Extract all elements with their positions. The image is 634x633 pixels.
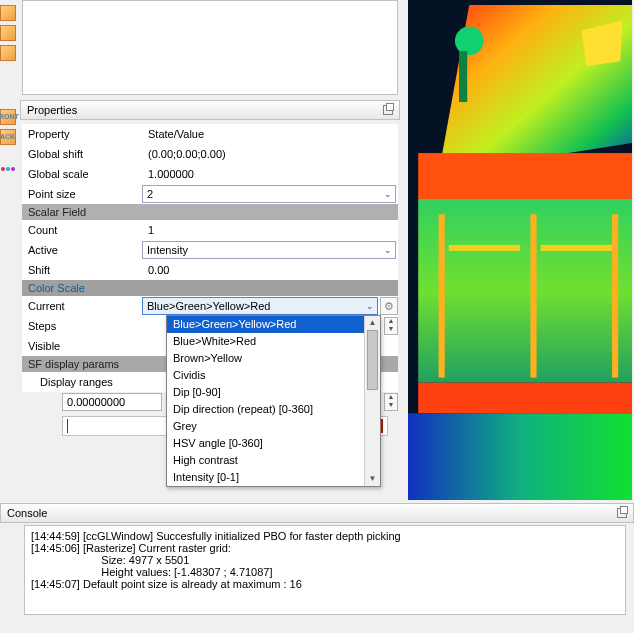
rgb-points-icon[interactable]: [0, 165, 16, 173]
point-size-combo[interactable]: 2 ⌄: [142, 185, 396, 203]
steps-spinner[interactable]: ▲▼: [384, 317, 398, 335]
color-scale-option[interactable]: Cividis: [167, 367, 380, 384]
3d-viewport[interactable]: [408, 0, 632, 500]
console-output[interactable]: [14:44:59] [ccGLWindow] Succesfully init…: [24, 525, 626, 615]
sf-active-combo[interactable]: Intensity ⌄: [142, 241, 396, 259]
col-property: Property: [22, 128, 142, 140]
svg-rect-6: [439, 214, 445, 377]
global-shift-row: Global shift (0.00;0.00;0.00): [22, 144, 398, 164]
svg-rect-12: [459, 51, 467, 102]
panel-title: Console: [7, 507, 47, 519]
view-cube-icon[interactable]: [0, 5, 16, 21]
color-scale-option[interactable]: HSV angle [0-360]: [167, 435, 380, 452]
view-cube-icon[interactable]: [0, 45, 16, 61]
svg-rect-4: [418, 383, 632, 414]
undock-icon[interactable]: [617, 508, 627, 518]
col-value: State/Value: [142, 128, 398, 140]
point-size-row: Point size 2 ⌄: [22, 184, 398, 204]
color-scale-combo[interactable]: Blue>Green>Yellow>Red ⌄: [142, 297, 378, 315]
color-scale-option[interactable]: Dip direction (repeat) [0-360]: [167, 401, 380, 418]
sf-shift-row: Shift 0.00: [22, 260, 398, 280]
view-toolbar: RONT ACK: [0, 0, 20, 500]
panel-title: Properties: [27, 104, 77, 116]
color-scale-option[interactable]: Brown>Yellow: [167, 350, 380, 367]
range-min-input[interactable]: [62, 393, 162, 411]
range-spinner[interactable]: ▲▼: [384, 393, 398, 411]
table-header-row: Property State/Value: [22, 124, 398, 144]
color-scale-section: Color Scale: [22, 280, 398, 296]
svg-rect-8: [612, 214, 618, 377]
svg-rect-10: [541, 245, 612, 251]
color-scale-dropdown[interactable]: Blue>Green>Yellow>RedBlue>White>RedBrown…: [166, 315, 381, 487]
scroll-down-icon[interactable]: ▼: [365, 472, 380, 486]
undock-icon[interactable]: [383, 105, 393, 115]
color-scale-current-row: Current Blue>Green>Yellow>Red ⌄ ⚙ Blue>G…: [22, 296, 398, 316]
console-header[interactable]: Console: [0, 503, 634, 523]
view-back-icon[interactable]: ACK: [0, 129, 16, 145]
view-cube-icon[interactable]: [0, 25, 16, 41]
color-scale-option[interactable]: Grey: [167, 418, 380, 435]
chevron-down-icon: ⌄: [381, 189, 395, 199]
svg-rect-3: [418, 199, 632, 383]
svg-rect-9: [449, 245, 520, 251]
gear-icon[interactable]: ⚙: [380, 297, 398, 315]
color-scale-option[interactable]: Dip [0-90]: [167, 384, 380, 401]
global-scale-row: Global scale 1.000000: [22, 164, 398, 184]
properties-body: Property State/Value Global shift (0.00;…: [22, 124, 398, 436]
chevron-down-icon: ⌄: [363, 301, 377, 311]
sf-count-row: Count 1: [22, 220, 398, 240]
spin-down-icon: ▼: [385, 402, 397, 410]
scalar-field-section: Scalar Field: [22, 204, 398, 220]
svg-rect-5: [408, 413, 632, 500]
scroll-up-icon[interactable]: ▲: [365, 316, 380, 330]
svg-rect-7: [530, 214, 536, 377]
console-panel: Console [14:44:59] [ccGLWindow] Succesfu…: [0, 503, 634, 633]
svg-point-11: [455, 27, 484, 56]
chevron-down-icon: ⌄: [381, 245, 395, 255]
color-scale-option[interactable]: Blue>White>Red: [167, 333, 380, 350]
sf-active-row: Active Intensity ⌄: [22, 240, 398, 260]
view-front-icon[interactable]: RONT: [0, 109, 16, 125]
dropdown-scrollbar[interactable]: ▲ ▼: [364, 316, 380, 486]
spin-down-icon: ▼: [385, 326, 397, 334]
color-scale-option[interactable]: High contrast: [167, 452, 380, 469]
svg-rect-2: [418, 153, 632, 199]
color-scale-option[interactable]: Intensity [0-1]: [167, 469, 380, 486]
db-tree[interactable]: [22, 0, 398, 95]
properties-header[interactable]: Properties: [20, 100, 400, 120]
scroll-thumb[interactable]: [367, 330, 378, 390]
color-scale-option[interactable]: Blue>Green>Yellow>Red: [167, 316, 380, 333]
